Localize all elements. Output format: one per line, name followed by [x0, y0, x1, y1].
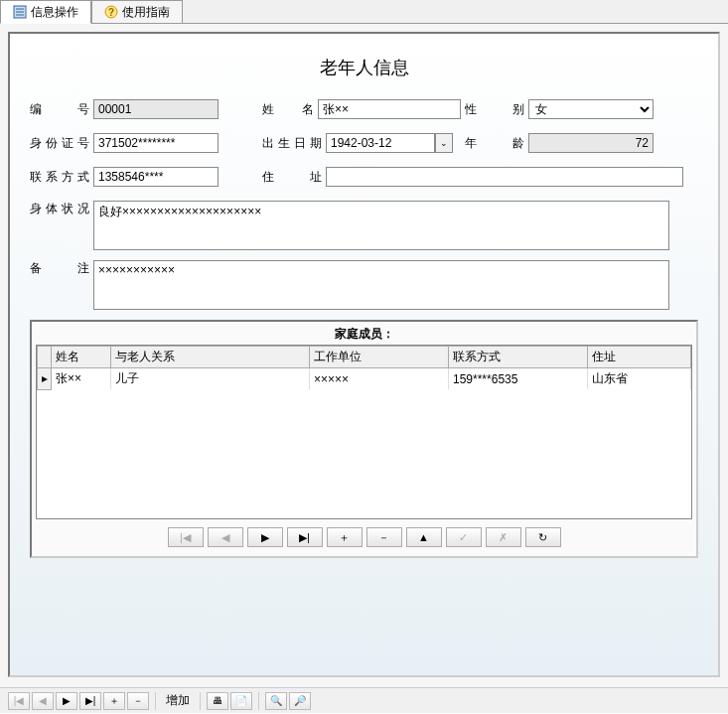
- chevron-down-icon: ⌄: [440, 138, 448, 148]
- tab-bar: 信息操作 ? 使用指南: [0, 0, 728, 24]
- locate-icon: 🔎: [294, 695, 306, 706]
- label-id: 编 号: [30, 101, 89, 118]
- family-section: 家庭成员： 姓名 与老人关系 工作单位 联系方式 住址: [30, 320, 698, 558]
- bb-add-button[interactable]: ＋: [103, 692, 125, 710]
- label-idcard: 身份证号: [30, 135, 89, 152]
- bb-print-button[interactable]: 🖶: [207, 692, 228, 710]
- divider: [258, 692, 259, 710]
- nav-add-button[interactable]: ＋: [327, 527, 363, 547]
- bb-add-text-button[interactable]: 增加: [162, 692, 194, 709]
- bb-search-button[interactable]: 🔍: [265, 692, 287, 710]
- age-field[interactable]: [528, 133, 654, 153]
- label-health: 身体状况: [30, 201, 89, 217]
- bb-next-button[interactable]: ▶: [56, 692, 77, 710]
- cell-workplace[interactable]: ×××××: [310, 368, 449, 390]
- bb-delete-button[interactable]: －: [127, 692, 149, 710]
- nav-save-button[interactable]: ✓: [446, 527, 482, 547]
- bb-locate-button[interactable]: 🔎: [289, 692, 311, 710]
- divider: [155, 692, 156, 710]
- nav-next-button[interactable]: ▶: [247, 527, 283, 547]
- col-contact[interactable]: 联系方式: [449, 347, 588, 368]
- col-name[interactable]: 姓名: [52, 347, 111, 368]
- print-icon: 🖶: [213, 695, 222, 706]
- cell-name[interactable]: 张××: [52, 368, 111, 390]
- name-field[interactable]: [318, 99, 461, 119]
- grid-navigator: |◀ ◀ ▶ ▶| ＋ － ▲ ✓ ✗ ↻: [36, 519, 692, 549]
- nav-edit-button[interactable]: ▲: [406, 527, 442, 547]
- nav-first-button[interactable]: |◀: [168, 527, 204, 547]
- col-workplace[interactable]: 工作单位: [310, 347, 449, 368]
- nav-prev-button[interactable]: ◀: [208, 527, 243, 547]
- tab-label: 使用指南: [122, 4, 170, 21]
- id-field[interactable]: [93, 99, 218, 119]
- cell-contact[interactable]: 159****6535: [449, 368, 588, 390]
- bb-prev-button[interactable]: ◀: [32, 692, 54, 710]
- table-row[interactable]: ▸ 张×× 儿子 ××××× 159****6535 山东省: [38, 368, 691, 390]
- date-picker-button[interactable]: ⌄: [435, 133, 453, 153]
- contact-field[interactable]: [93, 167, 218, 187]
- cell-relation[interactable]: 儿子: [111, 368, 310, 390]
- col-relation[interactable]: 与老人关系: [111, 347, 310, 368]
- bb-export-button[interactable]: 📄: [230, 692, 252, 710]
- svg-text:?: ?: [108, 7, 114, 18]
- page-title: 老年人信息: [30, 56, 698, 79]
- address-field[interactable]: [326, 167, 683, 187]
- family-title: 家庭成员：: [36, 326, 692, 343]
- divider: [200, 692, 201, 710]
- label-gender: 性 别: [465, 101, 524, 118]
- row-indicator-icon: ▸: [38, 368, 52, 390]
- label-name: 姓 名: [262, 101, 314, 118]
- idcard-field[interactable]: [93, 133, 218, 153]
- search-icon: 🔍: [270, 695, 282, 706]
- col-address[interactable]: 住址: [588, 347, 691, 368]
- nav-last-button[interactable]: ▶|: [287, 527, 323, 547]
- label-age: 年 龄: [465, 135, 524, 152]
- tab-info-ops[interactable]: 信息操作: [0, 0, 91, 24]
- cell-address[interactable]: 山东省: [588, 368, 691, 390]
- bb-last-button[interactable]: ▶|: [79, 692, 101, 710]
- help-icon: ?: [104, 5, 118, 19]
- gender-select[interactable]: 女: [528, 99, 654, 119]
- nav-delete-button[interactable]: －: [366, 527, 402, 547]
- export-icon: 📄: [235, 695, 247, 706]
- nav-refresh-button[interactable]: ↻: [525, 527, 561, 547]
- main-area: 老年人信息 编 号 姓 名 性 别 女 身份证号: [0, 24, 728, 687]
- label-birthdate: 出生日期: [262, 135, 322, 152]
- bb-first-button[interactable]: |◀: [8, 692, 30, 710]
- nav-cancel-button[interactable]: ✗: [486, 527, 521, 547]
- family-grid[interactable]: 姓名 与老人关系 工作单位 联系方式 住址 ▸ 张×× 儿子 ×××××: [36, 345, 692, 519]
- tab-guide[interactable]: ? 使用指南: [91, 0, 183, 23]
- remark-textarea[interactable]: ×××××××××××: [93, 260, 669, 310]
- row-indicator-header: [38, 347, 52, 368]
- birthdate-field[interactable]: [326, 133, 435, 153]
- form-panel: 老年人信息 编 号 姓 名 性 别 女 身份证号: [8, 32, 720, 677]
- form-icon: [13, 5, 27, 19]
- label-contact: 联系方式: [30, 169, 89, 186]
- label-address: 住 址: [262, 169, 322, 186]
- health-textarea[interactable]: 良好××××××××××××××××××××: [93, 201, 669, 250]
- tab-label: 信息操作: [31, 4, 78, 21]
- label-remark: 备 注: [30, 260, 89, 277]
- bottom-toolbar: |◀ ◀ ▶ ▶| ＋ － 增加 🖶 📄 🔍 🔎: [0, 687, 728, 713]
